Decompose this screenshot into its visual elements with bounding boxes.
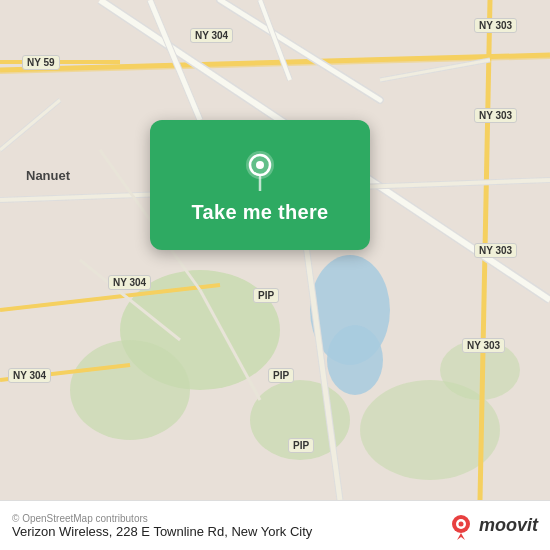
svg-point-2 (70, 340, 190, 440)
road-label-pip-mid: PIP (253, 288, 279, 303)
road-label-pip-mid2: PIP (268, 368, 294, 383)
location-pin-icon (238, 147, 282, 191)
road-label-pip-bottom: PIP (288, 438, 314, 453)
road-label-ny304-left: NY 304 (108, 275, 151, 290)
map-background (0, 0, 550, 500)
footer-left: © OpenStreetMap contributors Verizon Wir… (12, 513, 312, 539)
road-label-ny303-right2: NY 303 (474, 243, 517, 258)
road-label-ny303-right3: NY 303 (462, 338, 505, 353)
moovit-text: moovit (479, 515, 538, 536)
take-me-there-button[interactable]: Take me there (150, 120, 370, 250)
svg-point-7 (327, 325, 383, 395)
copyright-text: © OpenStreetMap contributors (12, 513, 312, 524)
road-label-ny303-top-right: NY 303 (474, 18, 517, 33)
location-text: Verizon Wireless, 228 E Townline Rd, New… (12, 524, 312, 539)
take-me-there-label: Take me there (192, 201, 329, 224)
svg-point-35 (256, 161, 264, 169)
moovit-logo: moovit (447, 512, 538, 540)
nanuet-label: Nanuet (26, 168, 70, 183)
map-container: NY 304 NY 59 NY 303 NY 303 NY 303 NY 303… (0, 0, 550, 500)
road-label-ny304-top: NY 304 (190, 28, 233, 43)
road-label-ny59: NY 59 (22, 55, 60, 70)
footer-bar: © OpenStreetMap contributors Verizon Wir… (0, 500, 550, 550)
moovit-pin-icon (447, 512, 475, 540)
road-label-ny303-right1: NY 303 (474, 108, 517, 123)
svg-point-38 (458, 521, 463, 526)
road-label-ny304-bottom-left: NY 304 (8, 368, 51, 383)
